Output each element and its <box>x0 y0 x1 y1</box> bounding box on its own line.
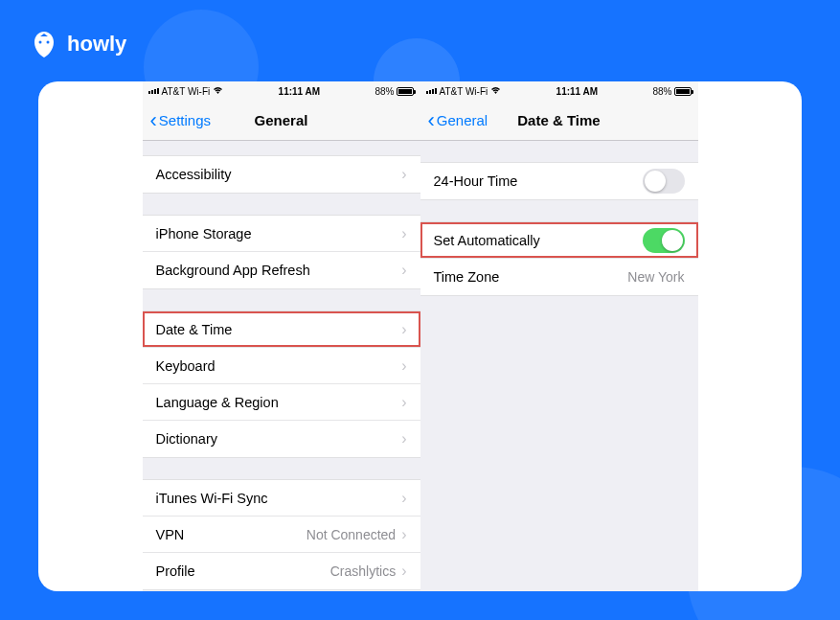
row-24hour-time[interactable]: 24-Hour Time <box>420 163 698 199</box>
back-button[interactable]: ‹ Settings <box>150 110 212 131</box>
row-label: VPN <box>156 527 306 542</box>
nav-bar: ‹ Settings General <box>143 101 420 141</box>
toggle-24hour[interactable] <box>643 169 685 194</box>
row-value: New York <box>627 269 684 285</box>
svg-point-2 <box>39 41 42 44</box>
row-accessibility[interactable]: Accessibility › <box>143 156 420 193</box>
chevron-right-icon: › <box>401 563 406 579</box>
row-label: Profile <box>156 563 330 579</box>
row-label: iPhone Storage <box>156 226 402 241</box>
owl-icon <box>29 29 59 59</box>
row-label: Accessibility <box>156 167 402 182</box>
chevron-right-icon: › <box>401 263 406 278</box>
row-label: Background App Refresh <box>156 263 402 278</box>
chevron-left-icon: ‹ <box>428 110 435 131</box>
carrier-label: AT&T Wi-Fi <box>162 86 211 97</box>
row-label: iTunes Wi-Fi Sync <box>156 491 402 506</box>
page-title: Date & Time <box>517 112 600 128</box>
svg-point-3 <box>47 41 50 44</box>
howly-logo: howly <box>29 29 126 59</box>
wifi-icon <box>213 86 223 97</box>
row-value: Crashlytics <box>330 563 396 579</box>
battery-percent: 88% <box>652 86 671 97</box>
chevron-right-icon: › <box>401 491 406 506</box>
row-background-refresh[interactable]: Background App Refresh › <box>143 252 420 288</box>
chevron-right-icon: › <box>401 226 406 241</box>
chevron-right-icon: › <box>401 431 406 447</box>
row-language-region[interactable]: Language & Region › <box>143 384 420 421</box>
nav-bar: ‹ General Date & Time <box>420 101 698 141</box>
toggle-set-automatically[interactable] <box>643 228 685 253</box>
chevron-right-icon: › <box>401 395 406 410</box>
signal-icon <box>426 88 437 94</box>
phone-date-time-settings: AT&T Wi-Fi 11:11 AM 88% ‹ General Date &… <box>420 81 698 591</box>
page-title: General <box>255 112 308 128</box>
status-bar: AT&T Wi-Fi 11:11 AM 88% <box>420 81 698 101</box>
row-vpn[interactable]: VPN Not Connected › <box>143 517 420 553</box>
row-label: Date & Time <box>156 322 402 337</box>
row-itunes-wifi[interactable]: iTunes Wi-Fi Sync › <box>143 480 420 517</box>
chevron-right-icon: › <box>401 322 406 337</box>
row-value: Not Connected <box>306 527 396 542</box>
status-bar: AT&T Wi-Fi 11:11 AM 88% <box>143 81 420 101</box>
row-time-zone[interactable]: Time Zone New York <box>420 259 698 295</box>
back-button[interactable]: ‹ General <box>428 110 488 131</box>
row-keyboard[interactable]: Keyboard › <box>143 348 420 384</box>
row-label: Language & Region <box>156 395 402 410</box>
logo-text: howly <box>67 32 126 57</box>
status-time: 11:11 AM <box>279 86 321 97</box>
row-iphone-storage[interactable]: iPhone Storage › <box>143 216 420 252</box>
battery-icon <box>674 87 692 96</box>
row-label: 24-Hour Time <box>434 173 643 189</box>
row-label: Keyboard <box>156 358 402 374</box>
carrier-label: AT&T Wi-Fi <box>440 86 488 97</box>
battery-icon <box>397 87 414 96</box>
row-dictionary[interactable]: Dictionary › <box>143 421 420 457</box>
row-profile[interactable]: Profile Crashlytics › <box>143 553 420 589</box>
wifi-icon <box>490 86 501 97</box>
row-set-automatically[interactable]: Set Automatically <box>420 222 698 259</box>
phone-general-settings: AT&T Wi-Fi 11:11 AM 88% ‹ Settings Gener… <box>143 81 420 591</box>
row-label: Dictionary <box>156 431 402 447</box>
chevron-left-icon: ‹ <box>150 110 157 131</box>
back-label: Settings <box>159 112 211 128</box>
chevron-right-icon: › <box>401 167 406 182</box>
battery-percent: 88% <box>375 86 394 97</box>
chevron-right-icon: › <box>401 358 406 374</box>
row-label: Set Automatically <box>434 233 643 248</box>
status-time: 11:11 AM <box>556 86 599 97</box>
row-date-time[interactable]: Date & Time › <box>143 311 420 348</box>
content-card: AT&T Wi-Fi 11:11 AM 88% ‹ Settings Gener… <box>38 81 802 591</box>
back-label: General <box>437 112 488 128</box>
chevron-right-icon: › <box>401 527 406 542</box>
row-label: Time Zone <box>434 269 628 285</box>
signal-icon <box>148 88 159 94</box>
